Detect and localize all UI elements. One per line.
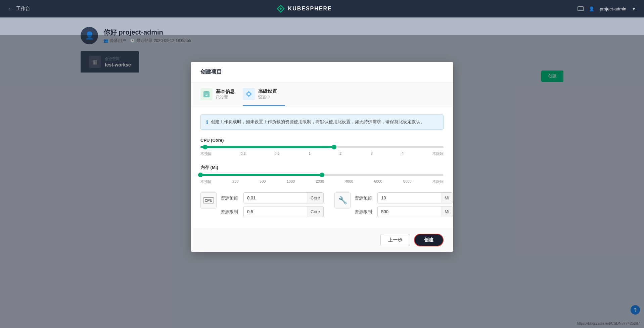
cpu-reserve-row: 资源预留 Core <box>221 192 324 203</box>
resource-grid: CPU 资源预留 Core 资源限制 <box>200 192 444 220</box>
cpu-reserve-input-wrap: Core <box>243 192 324 203</box>
step-basic-icon: ≡ <box>200 88 213 100</box>
mem-label-6000: 6000 <box>374 179 382 184</box>
memory-limit-label: 资源限制 <box>355 209 375 215</box>
create-project-modal: 创建项目 ≡ 基本信息 已设置 <box>191 62 453 252</box>
cpu-label: CPU (Core) <box>200 138 444 143</box>
cpu-icon-box: CPU <box>200 192 217 208</box>
svg-point-6 <box>248 93 250 95</box>
modal-body: ℹ 创建工作负载时，如未设置工作负载的资源使用限制，将默认使用此设置，如无特殊需… <box>191 106 453 228</box>
cpu-slider-labels: 不预留 0.2 0.5 1 2 3 4 不限制 <box>200 151 444 156</box>
memory-resource-section: 🔧 资源预留 Mi 资源限制 <box>334 192 453 220</box>
info-text: 创建工作负载时，如未设置工作负载的资源使用限制，将默认使用此设置，如无特殊需求，… <box>211 119 425 125</box>
cpu-thumb-reserve[interactable] <box>203 145 208 149</box>
nav-right: 👤 project-admin ▼ <box>578 6 636 11</box>
cpu-limit-label: 资源限制 <box>221 209 241 215</box>
step-advanced-text: 高级设置 设置中 <box>258 88 277 100</box>
memory-thumb-limit[interactable] <box>320 173 324 177</box>
memory-limit-row: 资源限制 Mi <box>355 206 453 217</box>
cpu-slider-track[interactable] <box>200 146 444 148</box>
mem-label-2000: 2000 <box>316 179 324 184</box>
cpu-label-3: 3 <box>370 151 372 156</box>
mem-label-max: 不限制 <box>432 179 444 184</box>
memory-reserve-input-wrap: Mi <box>377 192 453 203</box>
memory-chip-icon: 🔧 <box>338 196 347 205</box>
cpu-thumb-limit[interactable] <box>332 145 336 149</box>
mem-label-500: 500 <box>260 179 266 184</box>
modal-overlay: 创建项目 ≡ 基本信息 已设置 <box>0 35 644 328</box>
memory-limit-input-wrap: Mi <box>377 206 453 217</box>
cpu-label-2: 2 <box>339 151 341 156</box>
cpu-limit-input-wrap: Core <box>243 206 324 217</box>
back-icon[interactable]: ← <box>8 6 13 12</box>
user-avatar-icon: 👤 <box>589 6 594 11</box>
top-navigation: ← 工作台 KUBESPHERE 👤 project-admin ▼ <box>0 0 644 17</box>
cpu-resource-fields: 资源预留 Core 资源限制 Core <box>221 192 324 220</box>
mem-label-200: 200 <box>232 179 238 184</box>
cpu-label-05: 0.5 <box>275 151 280 156</box>
cpu-limit-unit: Core <box>307 206 323 217</box>
memory-icon-box: 🔧 <box>334 192 351 208</box>
modal-title: 创建项目 <box>191 62 453 83</box>
memory-slider-track[interactable] <box>200 174 444 176</box>
create-button[interactable]: 创建 <box>414 234 444 246</box>
memory-slider-section: 内存 (Mi) 不预留 200 500 1000 2000 4000 <box>200 165 444 184</box>
step-advanced-status: 设置中 <box>258 94 277 100</box>
step-advanced-name: 高级设置 <box>258 88 277 94</box>
memory-slider-labels: 不预留 200 500 1000 2000 4000 6000 8000 不限制 <box>200 179 444 184</box>
logo-area: KUBESPHERE <box>276 4 332 13</box>
cpu-limit-input[interactable] <box>244 206 307 217</box>
logo-text: KUBESPHERE <box>288 6 332 12</box>
memory-reserve-unit: Mi <box>441 193 453 203</box>
cpu-label-max: 不限制 <box>432 151 444 156</box>
step-basic-info-text: 基本信息 已设置 <box>216 89 235 100</box>
cpu-resource-section: CPU 资源预留 Core 资源限制 <box>200 192 324 220</box>
nav-chevron-icon[interactable]: ▼ <box>632 6 636 11</box>
step-advanced-icon <box>243 88 255 100</box>
mem-label-8000: 8000 <box>403 179 411 184</box>
logo-icon <box>276 4 285 13</box>
memory-reserve-label: 资源预留 <box>355 195 375 201</box>
memory-label: 内存 (Mi) <box>200 165 444 171</box>
cpu-slider-section: CPU (Core) 不预留 0.2 0.5 1 2 3 4 <box>200 138 444 156</box>
step-basic-status: 已设置 <box>216 95 235 100</box>
page-background: 👤 你好 project-admin 👥 普通用户 🕐 最近登录 2020-09… <box>0 17 644 328</box>
back-button[interactable]: 上一步 <box>380 234 410 246</box>
cpu-limit-row: 资源限制 Core <box>221 206 324 217</box>
info-banner: ℹ 创建工作负载时，如未设置工作负载的资源使用限制，将默认使用此设置，如无特殊需… <box>200 114 444 130</box>
memory-reserve-row: 资源预留 Mi <box>355 192 453 203</box>
info-icon: ℹ <box>206 119 208 125</box>
cpu-chip-icon: CPU <box>203 197 214 203</box>
cpu-reserve-input[interactable] <box>244 193 307 203</box>
cpu-reserve-unit: Core <box>307 193 323 203</box>
memory-thumb-reserve[interactable] <box>198 173 203 177</box>
mem-label-1000: 1000 <box>287 179 295 184</box>
cpu-label-1: 1 <box>309 151 311 156</box>
memory-limit-input[interactable] <box>378 206 441 217</box>
fullscreen-icon[interactable] <box>578 6 584 11</box>
cpu-label-4: 4 <box>402 151 404 156</box>
workbench-link[interactable]: 工作台 <box>16 6 30 12</box>
memory-limit-unit: Mi <box>441 206 453 217</box>
step-basic-info[interactable]: ≡ 基本信息 已设置 <box>200 83 243 106</box>
memory-reserve-input[interactable] <box>378 193 441 203</box>
cpu-label-min: 不预留 <box>200 151 212 156</box>
user-name[interactable]: project-admin <box>600 6 626 11</box>
step-basic-name: 基本信息 <box>216 89 235 95</box>
cpu-label-02: 0.2 <box>240 151 245 156</box>
mem-label-4000: 4000 <box>345 179 353 184</box>
nav-left: ← 工作台 <box>8 6 30 12</box>
modal-footer: 上一步 创建 <box>191 228 453 252</box>
cpu-reserve-label: 资源预留 <box>221 195 241 201</box>
memory-fill <box>200 174 322 176</box>
memory-resource-fields: 资源预留 Mi 资源限制 Mi <box>355 192 453 220</box>
steps-bar: ≡ 基本信息 已设置 <box>191 83 453 106</box>
step-advanced[interactable]: 高级设置 设置中 <box>243 83 285 106</box>
svg-text:≡: ≡ <box>205 92 208 97</box>
mem-label-min: 不预留 <box>200 179 212 184</box>
cpu-fill <box>200 146 334 148</box>
